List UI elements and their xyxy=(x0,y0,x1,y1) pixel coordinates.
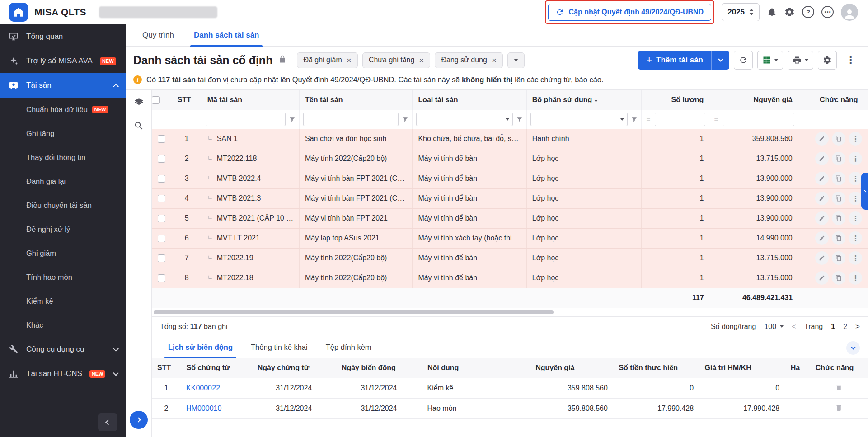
row-checkbox[interactable] xyxy=(158,195,165,202)
duplicate-icon[interactable] xyxy=(832,231,845,245)
funnel-icon[interactable] xyxy=(402,116,408,123)
sidebar-subitem-ghi-tang[interactable]: Ghi tăng xyxy=(0,122,126,146)
row-checkbox[interactable] xyxy=(158,235,165,242)
edit-icon[interactable] xyxy=(815,271,829,285)
history-row[interactable]: 2 HM000010 31/12/2024 31/12/2024 Hao mòn… xyxy=(152,399,868,419)
tab-thong-tin-ke-khai[interactable]: Thông tin kê khai xyxy=(242,337,317,358)
edit-icon[interactable] xyxy=(815,132,829,146)
avatar[interactable] xyxy=(841,4,858,21)
sidebar-subitem-kiem-ke[interactable]: Kiểm kê xyxy=(0,289,126,313)
row-more-icon[interactable]: ⋮ xyxy=(849,152,862,165)
duplicate-icon[interactable] xyxy=(832,271,845,285)
layers-view-button[interactable] xyxy=(134,97,144,109)
col-ten-tai-san[interactable]: Tên tài sản xyxy=(299,90,412,110)
duplicate-icon[interactable] xyxy=(832,132,845,146)
col-so-luong[interactable]: Số lượng xyxy=(642,90,709,110)
more-actions-button[interactable]: ⋮ xyxy=(841,51,860,70)
add-asset-button[interactable]: + Thêm tài sản xyxy=(638,51,711,70)
table-settings-button[interactable] xyxy=(818,51,837,70)
sidebar-item-tro-ly-ava[interactable]: Trợ lý số MISA AVA NEW xyxy=(0,49,126,73)
sidebar-subitem-thay-doi-thong-tin[interactable]: Thay đổi thông tin xyxy=(0,146,126,169)
row-checkbox[interactable] xyxy=(158,274,165,282)
document-link[interactable]: KK000022 xyxy=(186,384,220,392)
collapse-detail-button[interactable] xyxy=(846,341,860,355)
refresh-button[interactable] xyxy=(734,51,753,70)
edit-icon[interactable] xyxy=(815,152,829,165)
row-checkbox[interactable] xyxy=(158,215,165,222)
page-1-button[interactable]: 1 xyxy=(831,323,835,331)
tab-danh-sach-tai-san[interactable]: Danh sách tài sản xyxy=(184,24,269,46)
add-asset-dropdown[interactable] xyxy=(711,51,729,70)
chip-close-icon[interactable]: × xyxy=(419,56,424,65)
sidebar-subitem-dieu-chuyen-tai-san[interactable]: Điều chuyển tài sản xyxy=(0,193,126,217)
table-row[interactable]: 2 MT2022.118 Máy tính 2022(Cấp20 bộ) Máy… xyxy=(152,149,868,169)
row-more-icon[interactable]: ⋮ xyxy=(849,192,862,205)
filter-input-so-luong[interactable] xyxy=(655,113,706,126)
table-row[interactable]: 3 MVTB 2022.4 Máy vi tính bàn FPT 2021 (… xyxy=(152,169,868,188)
filter-input-nguyen-gia[interactable] xyxy=(723,113,794,126)
sidebar-item-cong-cu-dung-cu[interactable]: Công cụ dụng cụ xyxy=(0,337,126,362)
duplicate-icon[interactable] xyxy=(832,211,845,225)
chip-close-icon[interactable]: × xyxy=(347,56,352,65)
table-row[interactable]: 4 MVTB 2021.3 Máy vi tính bàn FPT 2021 (… xyxy=(152,188,868,208)
notifications-button[interactable] xyxy=(767,7,777,17)
more-button[interactable]: ⋯ xyxy=(821,6,834,18)
update-decision-button[interactable]: Cập nhật Quyết định 49/2024/QĐ-UBND xyxy=(548,4,711,21)
row-checkbox[interactable] xyxy=(158,175,165,183)
filter-input-ten-tai-san[interactable] xyxy=(303,113,399,126)
row-more-icon[interactable]: ⋮ xyxy=(849,211,862,225)
sidebar-item-tai-san[interactable]: Tài sản xyxy=(0,73,126,98)
sidebar-subitem-chuan-hoa-du-lieu[interactable]: Chuẩn hóa dữ liệu NEW xyxy=(0,98,126,122)
history-row[interactable]: 1 KK000022 31/12/2024 31/12/2024 Kiểm kê… xyxy=(152,378,868,399)
edit-icon[interactable] xyxy=(815,231,829,245)
quick-search-button[interactable] xyxy=(134,121,144,132)
filter-select-loai-tai-san[interactable] xyxy=(416,113,512,126)
year-spinner-icon[interactable] xyxy=(749,9,754,15)
col-ngay-chung-tu[interactable]: Ngày chứng từ xyxy=(252,358,336,378)
table-row[interactable]: 7 MT2022.19 Máy tính 2022(Cấp20 bộ) Máy … xyxy=(152,248,868,268)
chip-close-icon[interactable]: × xyxy=(492,56,497,65)
document-link[interactable]: HM000010 xyxy=(186,404,221,412)
sidebar-item-tai-san-ht-cns[interactable]: Tài sản HT-CNS NEW xyxy=(0,362,126,386)
filter-chip-da-ghi-giam[interactable]: Đã ghi giảm × xyxy=(297,52,357,68)
row-more-icon[interactable]: ⋮ xyxy=(849,231,862,245)
edit-icon[interactable] xyxy=(815,172,829,185)
funnel-icon[interactable] xyxy=(631,116,638,123)
year-selector[interactable]: 2025 xyxy=(722,3,760,21)
col-so-chung-tu[interactable]: Số chứng từ xyxy=(181,358,252,378)
tab-quy-trinh[interactable]: Quy trình xyxy=(132,24,184,46)
edit-icon[interactable] xyxy=(815,211,829,225)
settings-button[interactable] xyxy=(784,7,795,17)
sidebar-collapse-button[interactable] xyxy=(98,413,117,431)
tab-tep-dinh-kem[interactable]: Tệp đính kèm xyxy=(317,337,380,358)
row-more-icon[interactable]: ⋮ xyxy=(849,132,862,146)
table-row[interactable]: 6 MVT LT 2021 Máy lap top ASus 2021 Máy … xyxy=(152,228,868,248)
col-gia-tri-hm-kh[interactable]: Giá trị HM/KH xyxy=(699,358,785,378)
row-more-icon[interactable]: ⋮ xyxy=(849,271,862,285)
col-bo-phan-su-dung[interactable]: Bộ phận sử dụng xyxy=(526,90,641,110)
delete-icon[interactable] xyxy=(835,404,843,413)
filter-chip-dang-su-dung[interactable]: Đang sử dụng × xyxy=(435,52,503,68)
app-logo[interactable] xyxy=(9,3,28,22)
duplicate-icon[interactable] xyxy=(832,152,845,165)
filter-chips-dropdown[interactable] xyxy=(507,52,525,68)
duplicate-icon[interactable] xyxy=(832,251,845,265)
sidebar-subitem-danh-gia-lai[interactable]: Đánh giá lại xyxy=(0,169,126,193)
table-row[interactable]: 1 SAN 1 Sân chơi và đón học sinh Kho chứ… xyxy=(152,129,868,149)
col-nguyen-gia[interactable]: Nguyên giá xyxy=(530,358,613,378)
col-so-tien-thuc-hien[interactable]: Số tiền thực hiện xyxy=(613,358,699,378)
edit-icon[interactable] xyxy=(815,192,829,205)
help-button[interactable]: ? xyxy=(802,6,814,18)
col-nguyen-gia[interactable]: Nguyên giá xyxy=(709,90,798,110)
sidebar-item-tong-quan[interactable]: Tổng quan xyxy=(0,24,126,49)
export-excel-button[interactable] xyxy=(757,51,783,70)
col-ngay-bien-dong[interactable]: Ngày biến động xyxy=(336,358,422,378)
col-noi-dung[interactable]: Nội dung xyxy=(422,358,530,378)
side-panel-toggle[interactable] xyxy=(861,173,868,210)
delete-icon[interactable] xyxy=(835,384,843,393)
row-checkbox[interactable] xyxy=(158,155,165,163)
col-stt[interactable]: STT xyxy=(152,358,181,378)
duplicate-icon[interactable] xyxy=(832,172,845,185)
per-page-select[interactable]: 100 xyxy=(764,323,784,331)
filter-select-bo-phan[interactable] xyxy=(530,113,628,126)
